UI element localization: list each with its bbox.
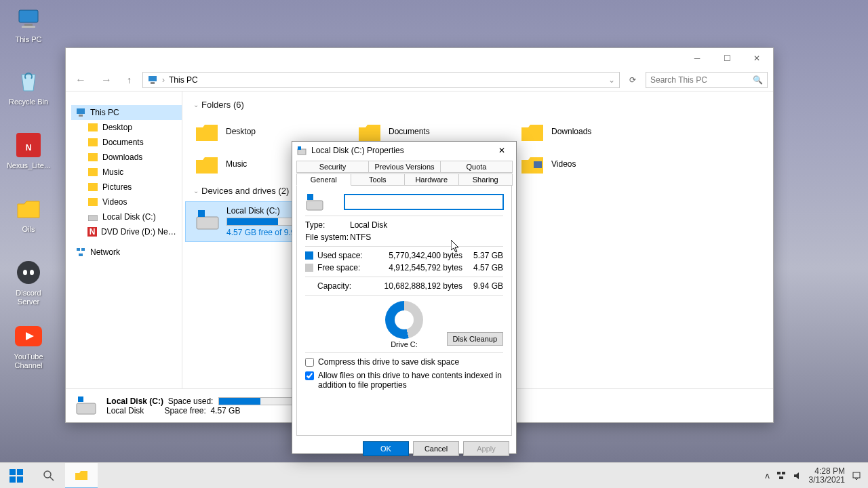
nexus-icon: N (15, 131, 42, 159)
svg-point-5 (17, 261, 40, 284)
recyclebin-icon (15, 68, 42, 95)
svg-point-38 (44, 471, 51, 478)
tab-security[interactable]: Security (296, 161, 369, 173)
svg-rect-12 (79, 115, 83, 117)
start-button[interactable] (0, 463, 33, 489)
desktop-icon-thispc[interactable]: This PC (4, 5, 53, 44)
svg-rect-16 (88, 168, 98, 176)
drive-label-input[interactable] (344, 195, 503, 209)
svg-rect-27 (198, 210, 205, 217)
desktop-icon-nexus[interactable]: N Nexus_Lite... (4, 131, 53, 170)
taskbar: ʌ 4:28 PM 3/13/2021 (0, 462, 868, 488)
sidebar-item-documents[interactable]: Documents (83, 135, 182, 150)
thispc-small-icon (147, 75, 158, 85)
dialog-close-button[interactable]: ✕ (492, 146, 512, 155)
system-tray: ʌ 4:28 PM 3/13/2021 (758, 467, 868, 485)
desktop-icon-recyclebin[interactable]: Recycle Bin (4, 68, 53, 106)
svg-rect-28 (77, 403, 96, 414)
sidebar-item-pictures[interactable]: Pictures (83, 180, 182, 195)
search-box[interactable]: 🔍 (646, 72, 768, 88)
svg-point-7 (30, 270, 34, 275)
minimize-button[interactable]: ─ (682, 49, 712, 68)
tray-volume-icon[interactable] (793, 471, 802, 481)
svg-rect-10 (151, 82, 155, 84)
tab-general[interactable]: General (296, 174, 351, 186)
dialog-titlebar[interactable]: Local Disk (C:) Properties ✕ (292, 142, 516, 159)
sidebar-item-thispc[interactable]: This PC (71, 105, 182, 120)
ok-button[interactable]: OK (363, 441, 409, 456)
desktop-icon-oils[interactable]: Oils (4, 195, 53, 234)
svg-rect-13 (88, 123, 98, 131)
desktop-icon-discord[interactable]: Discord Server (4, 259, 53, 306)
svg-rect-15 (88, 153, 98, 161)
svg-rect-24 (79, 253, 83, 256)
folder-icon (356, 119, 383, 144)
compress-checkbox[interactable] (305, 358, 314, 367)
taskbar-search-button[interactable] (33, 463, 65, 489)
search-input[interactable] (650, 75, 763, 85)
address-bar[interactable]: › This PC ⌄ (142, 72, 620, 88)
drive-icon (194, 206, 221, 233)
svg-rect-14 (88, 138, 98, 146)
svg-rect-0 (19, 10, 38, 22)
svg-rect-1 (24, 24, 33, 26)
svg-line-39 (50, 477, 54, 481)
sidebar-item-music[interactable]: Music (83, 165, 182, 180)
cancel-button[interactable]: Cancel (413, 441, 459, 456)
tray-notification-icon[interactable] (852, 471, 861, 481)
svg-rect-11 (77, 108, 85, 114)
maximize-button[interactable]: ☐ (712, 49, 742, 68)
dvd-icon: N (87, 226, 97, 237)
folder-item-videos[interactable]: Videos (511, 148, 673, 180)
forward-button[interactable]: → (97, 71, 116, 89)
taskbar-explorer-button[interactable] (65, 463, 98, 489)
svg-point-6 (23, 270, 27, 275)
svg-text:N: N (26, 143, 32, 152)
tray-chevron-icon[interactable]: ʌ (765, 471, 770, 481)
index-checkbox[interactable] (305, 371, 314, 380)
folder-item-downloads[interactable]: Downloads (511, 115, 673, 148)
cap-gb: 9.94 GB (472, 281, 503, 291)
desktop-icon-youtube[interactable]: YouTube Channel (4, 323, 53, 370)
folder-icon (193, 152, 220, 176)
address-dropdown-icon[interactable]: ⌄ (608, 75, 615, 85)
sidebar: This PC Desktop Documents Downloads Musi… (66, 92, 182, 388)
apply-button[interactable]: Apply (463, 441, 509, 456)
tray-network-icon[interactable] (776, 471, 786, 481)
tab-previousversions[interactable]: Previous Versions (368, 161, 441, 173)
compress-label: Compress this drive to save disk space (318, 357, 459, 367)
refresh-button[interactable]: ⟳ (627, 73, 639, 87)
back-button[interactable]: ← (71, 71, 90, 89)
folder-icon (87, 197, 98, 207)
folder-icon (87, 122, 98, 133)
tab-sharing[interactable]: Sharing (458, 174, 513, 186)
dialog-button-row: OK Cancel Apply (292, 436, 516, 462)
close-button[interactable]: ✕ (742, 49, 772, 68)
thispc-icon (15, 5, 42, 33)
sidebar-item-videos[interactable]: Videos (83, 195, 182, 209)
folder-icon (87, 137, 98, 148)
fs-value: NTFS (350, 232, 371, 242)
folders-header[interactable]: Folders (6) (185, 97, 770, 113)
svg-rect-42 (779, 476, 783, 479)
network-icon (75, 247, 86, 258)
general-panel: Type:Local Disk File system:NTFS Used sp… (296, 185, 512, 436)
svg-rect-41 (782, 472, 785, 474)
tab-tools[interactable]: Tools (351, 174, 406, 186)
sidebar-item-dvd[interactable]: NDVD Drive (D:) Nexus.Lite (83, 224, 182, 239)
titlebar: ─ ☐ ✕ (66, 48, 773, 68)
tab-hardware[interactable]: Hardware (404, 174, 459, 186)
tab-quota[interactable]: Quota (440, 161, 513, 173)
taskbar-clock[interactable]: 4:28 PM 3/13/2021 (809, 467, 845, 485)
sidebar-item-downloads[interactable]: Downloads (83, 150, 182, 165)
disk-cleanup-button[interactable]: Disk Cleanup (447, 332, 503, 346)
sidebar-item-desktop[interactable]: Desktop (83, 120, 182, 135)
index-label: Allow files on this drive to have conten… (318, 371, 503, 390)
folder-icon (87, 167, 98, 178)
svg-rect-18 (88, 198, 98, 206)
up-button[interactable]: ↑ (123, 72, 136, 88)
sidebar-item-network[interactable]: Network (71, 245, 182, 260)
sidebar-item-localdisk[interactable]: Local Disk (C:) (83, 209, 182, 224)
svg-rect-40 (777, 472, 781, 474)
usage-pie-chart (385, 301, 423, 339)
